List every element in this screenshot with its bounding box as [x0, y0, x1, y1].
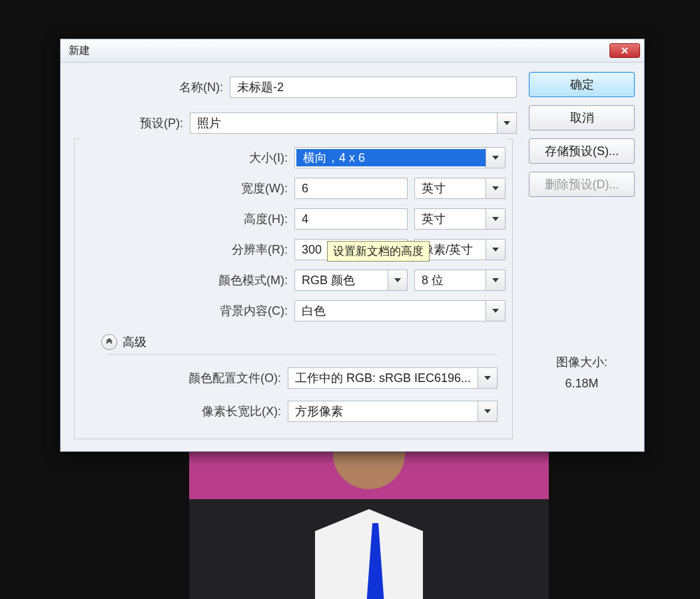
delete-preset-button[interactable]: 删除预设(D)...	[529, 172, 635, 197]
background-dropdown[interactable]: 白色	[294, 300, 506, 321]
width-input[interactable]: 6	[294, 178, 408, 199]
color-profile-label: 颜色配置文件(O):	[108, 370, 281, 386]
image-size-label: 图像大小:	[529, 351, 635, 373]
height-label: 高度(H):	[81, 211, 288, 227]
delete-preset-label: 删除预设(D)...	[545, 176, 619, 192]
width-value: 6	[302, 182, 308, 196]
name-label: 名称(N):	[70, 79, 223, 95]
chevron-down-icon[interactable]	[486, 301, 505, 321]
preset-label: 预设(P):	[70, 115, 183, 131]
chevron-down-icon[interactable]	[486, 270, 505, 290]
name-input[interactable]: 未标题-2	[230, 77, 517, 98]
pixel-aspect-label: 像素长宽比(X):	[108, 403, 281, 419]
size-value: 横向，4 x 6	[296, 149, 486, 166]
advanced-label: 高级	[123, 334, 147, 350]
chevron-down-icon[interactable]	[497, 113, 516, 133]
chevron-down-icon[interactable]	[486, 148, 505, 168]
width-unit-value: 英寸	[415, 180, 486, 196]
dialog-title: 新建	[69, 44, 90, 58]
color-depth-dropdown[interactable]: 8 位	[414, 270, 506, 291]
name-input-value: 未标题-2	[237, 79, 284, 95]
chevron-down-icon[interactable]	[478, 401, 497, 421]
size-dropdown[interactable]: 横向，4 x 6	[294, 147, 506, 168]
image-size-value: 6.18M	[529, 373, 635, 394]
color-mode-value: RGB 颜色	[295, 272, 388, 288]
resolution-unit-dropdown[interactable]: 像素/英寸	[414, 239, 506, 260]
color-profile-dropdown[interactable]: 工作中的 RGB: sRGB IEC6196...	[288, 367, 498, 389]
height-value: 4	[302, 212, 308, 226]
height-unit-dropdown[interactable]: 英寸	[414, 208, 506, 230]
pixel-aspect-value: 方形像素	[288, 403, 478, 419]
advanced-toggle[interactable]: 高级	[101, 334, 506, 350]
image-size-info: 图像大小: 6.18M	[529, 351, 635, 395]
chevron-down-icon[interactable]	[486, 240, 505, 260]
height-unit-value: 英寸	[415, 211, 486, 227]
color-profile-value: 工作中的 RGB: sRGB IEC6196...	[288, 370, 478, 386]
ok-label: 确定	[570, 77, 594, 93]
cancel-label: 取消	[570, 110, 594, 126]
chevron-up-icon	[101, 334, 117, 350]
color-mode-dropdown[interactable]: RGB 颜色	[294, 270, 408, 291]
resolution-unit-value: 像素/英寸	[415, 242, 486, 258]
resolution-label: 分辨率(R):	[81, 242, 288, 258]
pixel-aspect-dropdown[interactable]: 方形像素	[288, 401, 498, 422]
preset-dropdown[interactable]: 照片	[190, 112, 517, 134]
cancel-button[interactable]: 取消	[529, 105, 635, 130]
width-unit-dropdown[interactable]: 英寸	[414, 178, 506, 199]
chevron-down-icon[interactable]	[388, 270, 407, 290]
size-label: 大小(I):	[81, 150, 288, 166]
ok-button[interactable]: 确定	[529, 72, 635, 97]
close-button[interactable]	[609, 43, 640, 58]
dialog-titlebar[interactable]: 新建	[61, 39, 644, 63]
resolution-input[interactable]: 300	[294, 239, 408, 260]
height-input[interactable]: 4	[294, 208, 408, 230]
chevron-down-icon[interactable]	[486, 178, 505, 198]
new-document-dialog: 新建 名称(N): 未标题-2 预设(P): 照片	[60, 39, 645, 452]
background-value: 白色	[295, 303, 486, 319]
preset-value: 照片	[190, 115, 497, 131]
background-label: 背景内容(C):	[81, 303, 288, 319]
color-depth-value: 8 位	[415, 272, 486, 288]
save-preset-label: 存储预设(S)...	[545, 143, 619, 159]
resolution-value: 300	[302, 243, 322, 257]
chevron-down-icon[interactable]	[478, 368, 497, 388]
color-mode-label: 颜色模式(M):	[81, 272, 288, 288]
chevron-down-icon[interactable]	[486, 209, 505, 229]
close-icon	[621, 47, 629, 55]
width-label: 宽度(W):	[81, 180, 288, 196]
save-preset-button[interactable]: 存储预设(S)...	[529, 138, 635, 164]
